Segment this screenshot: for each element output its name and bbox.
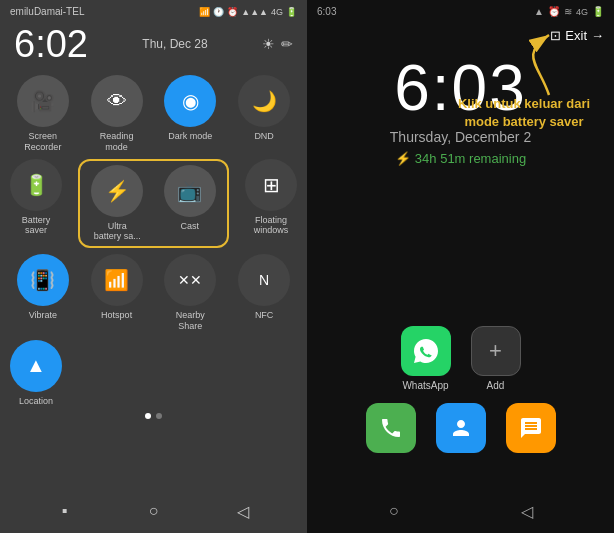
- hotspot-icon[interactable]: 📶: [91, 254, 143, 306]
- add-label: Add: [487, 380, 505, 391]
- quick-item-battery-saver[interactable]: 🔋 Batterysaver: [10, 159, 62, 237]
- nav-home[interactable]: ○: [140, 497, 168, 525]
- right-battery-icon: 🔋: [592, 6, 604, 17]
- dot-indicator: [0, 409, 307, 423]
- left-nav-bar: ▪ ○ ◁: [0, 489, 307, 533]
- quick-grid-row2: 🔋 Batterysaver ⚡ Ultrabattery sa... 📺 Ca…: [0, 159, 307, 249]
- highlight-box: ⚡ Ultrabattery sa... 📺 Cast: [78, 159, 229, 249]
- floating-icon[interactable]: ⊞: [245, 159, 297, 211]
- edit-icon: ✏: [281, 36, 293, 52]
- contacts-app[interactable]: [436, 403, 486, 453]
- location-label: Location: [19, 396, 53, 407]
- quick-item-location[interactable]: ▲ Location: [10, 340, 62, 407]
- left-time-icons: ☀ ✏: [262, 36, 293, 52]
- nfc-label: NFC: [255, 310, 274, 321]
- clock-icon: 🕐: [213, 7, 224, 17]
- quick-item-hotspot[interactable]: 📶 Hotspot: [84, 254, 150, 332]
- quick-item-reading[interactable]: 👁 Readingmode: [84, 75, 150, 153]
- right-4g-icon: 4G: [576, 7, 588, 17]
- quick-item-screen-recorder[interactable]: 🎥 ScreenRecorder: [10, 75, 76, 153]
- left-status-icons: 📶 🕐 ⏰ ▲▲▲ 4G 🔋: [199, 7, 297, 17]
- wifi-icon: 📶: [199, 7, 210, 17]
- add-app[interactable]: + Add: [471, 326, 521, 391]
- carrier-text: emiluDamai-TEL: [10, 6, 84, 17]
- right-status-icons: ▲ ⏰ ≋ 4G 🔋: [534, 6, 604, 17]
- alarm-icon: ⏰: [227, 7, 238, 17]
- nav-back[interactable]: ◁: [229, 497, 257, 525]
- exit-arrow-icon: →: [591, 28, 604, 43]
- quick-item-nearby[interactable]: ✕✕ NearbyShare: [158, 254, 224, 332]
- location-icon[interactable]: ▲: [10, 340, 62, 392]
- left-panel: emiluDamai-TEL 📶 🕐 ⏰ ▲▲▲ 4G 🔋 6:02 Thu, …: [0, 0, 307, 533]
- right-date: Thursday, December 2: [307, 129, 614, 145]
- right-status-bar: 6:03 ▲ ⏰ ≋ 4G 🔋: [307, 0, 614, 21]
- right-alarm-icon: ⏰: [548, 6, 560, 17]
- floating-label: Floatingwindows: [254, 215, 289, 237]
- battery-info: ⚡ 34h 51m remaining: [307, 151, 614, 166]
- notes-app[interactable]: [506, 403, 556, 453]
- location-row: ▲ Location: [0, 338, 307, 409]
- whatsapp-app[interactable]: WhatsApp: [401, 326, 451, 391]
- 4g-icon: 4G: [271, 7, 283, 17]
- whatsapp-icon[interactable]: [401, 326, 451, 376]
- dark-mode-label: Dark mode: [168, 131, 212, 142]
- phone-app[interactable]: [366, 403, 416, 453]
- right-signal-icon: ▲: [534, 6, 544, 17]
- phone-icon[interactable]: [366, 403, 416, 453]
- right-nav-back[interactable]: ◁: [513, 497, 541, 525]
- right-panel: 6:03 ▲ ⏰ ≋ 4G 🔋 ⊡ Exit → Klik untuk kelu…: [307, 0, 614, 533]
- nearby-label: NearbyShare: [176, 310, 205, 332]
- nfc-icon[interactable]: N: [238, 254, 290, 306]
- cast-icon[interactable]: 📺: [164, 165, 216, 217]
- screen-recorder-label: ScreenRecorder: [24, 131, 61, 153]
- vibrate-label: Vibrate: [29, 310, 57, 321]
- quick-grid-row3: 📳 Vibrate 📶 Hotspot ✕✕ NearbyShare N NFC: [0, 248, 307, 338]
- notes-icon[interactable]: [506, 403, 556, 453]
- battery-saver-icon[interactable]: 🔋: [10, 159, 62, 211]
- ultra-battery-icon[interactable]: ⚡: [91, 165, 143, 217]
- battery-icon: 🔋: [286, 7, 297, 17]
- nearby-icon[interactable]: ✕✕: [164, 254, 216, 306]
- ultra-battery-label: Ultrabattery sa...: [94, 221, 141, 243]
- cast-label: Cast: [180, 221, 199, 232]
- right-nav-bar: ○ ◁: [307, 489, 614, 533]
- signal-icon: ▲▲▲: [241, 7, 268, 17]
- arrow-svg: [499, 25, 559, 105]
- home-row-2: [366, 403, 556, 453]
- battery-saver-label: Batterysaver: [22, 215, 51, 237]
- reading-icon[interactable]: 👁: [91, 75, 143, 127]
- dark-mode-icon[interactable]: ◉: [164, 75, 216, 127]
- quick-item-cast[interactable]: 📺 Cast: [157, 165, 224, 243]
- dnd-label: DND: [254, 131, 274, 142]
- dot-2: [156, 413, 162, 419]
- add-icon[interactable]: +: [471, 326, 521, 376]
- quick-item-ultra-battery[interactable]: ⚡ Ultrabattery sa...: [84, 165, 151, 243]
- quick-item-dark-mode[interactable]: ◉ Dark mode: [158, 75, 224, 153]
- nav-recent[interactable]: ▪: [51, 497, 79, 525]
- right-wifi-icon: ≋: [564, 6, 572, 17]
- annotation-text: Klik untuk keluar dari mode battery save…: [439, 95, 609, 131]
- quick-item-floating[interactable]: ⊞ Floatingwindows: [245, 159, 297, 237]
- left-date: Thu, Dec 28: [142, 37, 207, 51]
- left-status-bar: emiluDamai-TEL 📶 🕐 ⏰ ▲▲▲ 4G 🔋: [0, 0, 307, 21]
- quick-item-dnd[interactable]: 🌙 DND: [231, 75, 297, 153]
- quick-item-nfc[interactable]: N NFC: [231, 254, 297, 332]
- dot-1: [145, 413, 151, 419]
- left-time-row: 6:02 Thu, Dec 28 ☀ ✏: [0, 21, 307, 65]
- right-status-time: 6:03: [317, 6, 336, 17]
- dnd-icon[interactable]: 🌙: [238, 75, 290, 127]
- screen-recorder-icon[interactable]: 🎥: [17, 75, 69, 127]
- vibrate-icon[interactable]: 📳: [17, 254, 69, 306]
- quick-grid-row1: 🎥 ScreenRecorder 👁 Readingmode ◉ Dark mo…: [0, 65, 307, 159]
- contacts-icon[interactable]: [436, 403, 486, 453]
- whatsapp-label: WhatsApp: [402, 380, 448, 391]
- right-nav-home[interactable]: ○: [380, 497, 408, 525]
- exit-label[interactable]: Exit: [565, 28, 587, 43]
- left-time: 6:02: [14, 25, 88, 63]
- right-home-area: WhatsApp + Add: [307, 326, 614, 453]
- battery-remaining: 34h 51m remaining: [415, 151, 526, 166]
- hotspot-label: Hotspot: [101, 310, 132, 321]
- home-row-1: WhatsApp + Add: [401, 326, 521, 391]
- quick-item-vibrate[interactable]: 📳 Vibrate: [10, 254, 76, 332]
- reading-label: Readingmode: [100, 131, 134, 153]
